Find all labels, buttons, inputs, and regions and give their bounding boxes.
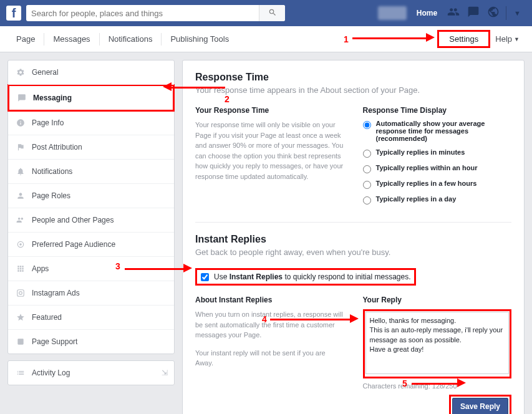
radio-hour[interactable]: Typically replies within an hour — [363, 164, 512, 173]
sidebar-item-label: Messaging — [33, 94, 72, 102]
fb-logo[interactable]: f — [6, 6, 21, 21]
response-time-heading: Response Time — [195, 72, 511, 83]
about-instant-heading: About Instant Replies — [195, 296, 344, 304]
sidebar-item-support[interactable]: Page Support — [8, 330, 174, 354]
gear-icon — [16, 67, 26, 77]
instant-replies-subtitle: Get back to people right away, even when… — [195, 248, 511, 257]
tab-publishing[interactable]: Publishing Tools — [162, 26, 238, 52]
response-display-heading: Response Time Display — [363, 106, 512, 115]
response-time-subtitle: Your response time appears in the About … — [195, 85, 511, 95]
home-link[interactable]: Home — [410, 9, 443, 17]
svg-point-1 — [19, 243, 22, 246]
external-link-icon: ⇲ — [162, 368, 168, 377]
dropdown-arrow-icon[interactable]: ▼ — [509, 9, 526, 17]
sidebar-item-instagram[interactable]: Instagram Ads — [8, 281, 174, 306]
flag-icon — [16, 142, 26, 152]
sidebar-item-activity-log[interactable]: Activity Log ⇲ — [8, 361, 174, 385]
search-input[interactable] — [26, 5, 259, 21]
star-icon — [16, 312, 26, 322]
annotation-box-checkbox: Use Instant Replies to quickly respond t… — [195, 268, 416, 286]
sidebar-item-label: Activity Log — [32, 368, 70, 377]
sidebar-item-label: Page Roles — [32, 191, 70, 200]
messages-icon[interactable] — [463, 6, 483, 21]
sidebar-item-preferred[interactable]: Preferred Page Audience — [8, 233, 174, 257]
save-reply-button[interactable]: Save Reply — [452, 398, 508, 414]
radio-minutes[interactable]: Typically replies in minutes — [363, 148, 512, 158]
sidebar-item-label: General — [32, 68, 59, 77]
instant-replies-heading: Instant Replies — [195, 234, 511, 245]
radio-day[interactable]: Typically replies in a day — [363, 195, 512, 205]
topbar: f Home ▼ — [0, 0, 532, 26]
sidebar-item-label: Page Support — [32, 337, 77, 346]
sidebar-item-label: People and Other Pages — [32, 216, 114, 224]
target-icon — [16, 239, 26, 249]
search-button[interactable] — [259, 5, 285, 21]
your-response-heading: Your Response Time — [195, 106, 344, 115]
tab-notifications[interactable]: Notifications — [100, 26, 162, 52]
tab-messages[interactable]: Messages — [44, 26, 99, 52]
tabbar: Page Messages Notifications Publishing T… — [0, 26, 532, 52]
sidebar: General Messaging Page Info Post Attribu… — [7, 60, 175, 392]
sidebar-item-label: Featured — [32, 313, 62, 322]
apps-icon — [16, 264, 26, 274]
sidebar-item-notifications[interactable]: Notifications — [8, 160, 174, 184]
people-icon — [16, 215, 26, 225]
sidebar-item-featured[interactable]: Featured — [8, 306, 174, 330]
svg-point-3 — [19, 292, 22, 295]
tab-help[interactable]: Help▼ — [490, 34, 525, 44]
sidebar-item-label: Page Info — [32, 118, 64, 127]
annotation-box-settings: Settings — [437, 30, 490, 48]
radio-few-hours[interactable]: Typically replies in a few hours — [363, 180, 512, 189]
radio-auto[interactable]: Automatically show your average response… — [363, 120, 512, 142]
chat-icon — [17, 93, 27, 103]
sidebar-item-label: Preferred Page Audience — [32, 240, 115, 249]
about-instant-desc: When you turn on instant replies, a resp… — [195, 309, 344, 340]
your-reply-heading: Your Reply — [363, 296, 512, 304]
tab-page[interactable]: Page — [7, 26, 44, 52]
chevron-down-icon: ▼ — [514, 36, 520, 42]
main-panel: Response Time Your response time appears… — [182, 60, 525, 414]
sidebar-item-apps[interactable]: Apps — [8, 257, 174, 281]
user-icon — [16, 191, 26, 201]
sidebar-item-people[interactable]: People and Other Pages — [8, 208, 174, 233]
instagram-icon — [16, 288, 26, 298]
tab-settings[interactable]: Settings — [444, 32, 483, 46]
list-icon — [16, 368, 26, 378]
reply-textarea[interactable] — [365, 312, 510, 374]
search-wrap — [26, 5, 285, 21]
your-response-desc: Your response time will only be visible … — [195, 120, 344, 181]
support-icon — [16, 337, 26, 347]
sidebar-item-general[interactable]: General — [8, 60, 174, 85]
sidebar-item-label: Notifications — [32, 167, 72, 176]
svg-rect-2 — [17, 290, 24, 297]
sidebar-item-messaging[interactable]: Messaging — [9, 86, 173, 110]
friend-requests-icon[interactable] — [443, 6, 463, 21]
sidebar-item-label: Post Attribution — [32, 143, 82, 152]
bell-icon — [16, 166, 26, 176]
profile-thumb[interactable] — [378, 6, 407, 20]
search-icon — [268, 8, 277, 19]
annotation-box-save: Save Reply — [449, 395, 511, 414]
info-icon — [16, 118, 26, 128]
sidebar-item-label: Instagram Ads — [32, 289, 80, 297]
sidebar-item-page-roles[interactable]: Page Roles — [8, 184, 174, 208]
chars-remaining: Characters remaining: 128/250 — [363, 382, 512, 390]
svg-rect-4 — [17, 339, 23, 344]
annotation-box-textarea — [363, 309, 512, 378]
globe-icon[interactable] — [483, 6, 503, 21]
sidebar-item-post-attribution[interactable]: Post Attribution — [8, 135, 174, 160]
about-instant-away: Your instant reply will not be sent if y… — [195, 348, 344, 368]
sidebar-item-page-info[interactable]: Page Info — [8, 111, 174, 135]
instant-replies-checkbox[interactable]: Use Instant Replies to quickly respond t… — [197, 270, 414, 284]
sidebar-item-label: Apps — [32, 264, 49, 273]
